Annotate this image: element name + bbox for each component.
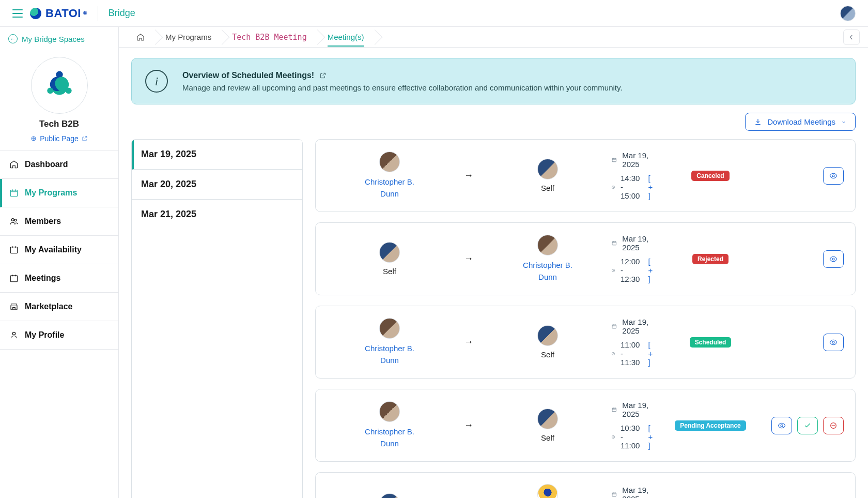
back-label: My Bridge Spaces <box>22 35 85 43</box>
party-avatar[interactable] <box>537 484 558 498</box>
date-tab[interactable]: Mar 20, 2025 <box>132 170 302 200</box>
divider <box>98 6 98 21</box>
meeting-party: Christopher B.Dunn <box>330 152 449 200</box>
party-name[interactable]: Christopher B.Dunn <box>365 176 414 200</box>
back-to-spaces-link[interactable]: My Bridge Spaces <box>8 34 90 43</box>
menu-toggle-icon[interactable] <box>12 9 23 18</box>
clock-icon <box>611 350 615 358</box>
expand-time-button[interactable]: [ + ] <box>648 174 655 200</box>
info-banner: i Overview of Scheduled Meetings! Manage… <box>131 58 856 104</box>
breadcrumb-home[interactable] <box>127 29 156 46</box>
sidebar-item-label: Marketplace <box>25 302 73 311</box>
meeting-party: Self <box>488 325 607 359</box>
arrow-icon: → <box>453 337 484 348</box>
store-icon <box>9 302 19 311</box>
view-meeting-button[interactable] <box>771 417 792 434</box>
view-meeting-button[interactable] <box>823 334 844 351</box>
status-badge: Canceled <box>691 171 729 181</box>
party-avatar <box>379 242 400 263</box>
globe-icon <box>30 135 37 142</box>
calendar-icon <box>611 405 617 414</box>
download-meetings-button[interactable]: Download Meetings <box>745 113 856 131</box>
status-badge: Rejected <box>692 254 729 264</box>
collapse-panel-button[interactable] <box>843 29 860 45</box>
sidebar-item-label: My Availability <box>25 245 82 254</box>
app-name[interactable]: Bridge <box>109 8 135 19</box>
view-meeting-button[interactable] <box>823 167 844 185</box>
eye-icon <box>829 172 838 180</box>
party-avatar[interactable] <box>379 401 400 422</box>
party-name[interactable]: Christopher B.Dunn <box>365 343 414 366</box>
arrow-icon: → <box>453 420 484 431</box>
topbar: BATOI® Bridge <box>0 0 868 27</box>
party-avatar <box>537 409 558 429</box>
download-label: Download Meetings <box>767 117 835 126</box>
sidebar-item-label: My Profile <box>25 330 64 340</box>
eye-icon <box>829 255 838 263</box>
party-name[interactable]: Christopher B.Dunn <box>523 260 572 283</box>
party-avatar[interactable] <box>379 318 400 339</box>
meeting-card: Self → Christopher B.Dunn Mar 19, 2025 1… <box>315 222 856 295</box>
sidebar-item-my-profile[interactable]: My Profile <box>0 321 118 350</box>
meeting-card: Christopher B.Dunn → Self Mar 19, 2025 1… <box>315 306 856 379</box>
meeting-status: Canceled <box>659 171 762 181</box>
expand-time-button[interactable]: [ + ] <box>648 424 655 450</box>
expand-time-button[interactable]: [ + ] <box>648 340 655 367</box>
breadcrumb-my-programs[interactable]: My Programs <box>156 29 223 46</box>
back-arrow-icon <box>8 34 18 43</box>
calendar-icon <box>611 322 617 330</box>
download-icon <box>754 118 762 126</box>
expand-time-button[interactable]: [ + ] <box>648 257 655 283</box>
public-page-link[interactable]: Public Page <box>30 134 88 143</box>
brand-logo[interactable]: BATOI® <box>30 7 87 20</box>
view-meeting-button[interactable] <box>823 250 844 268</box>
breadcrumb-label: Tech B2B Meeting <box>232 33 307 42</box>
date-tab[interactable]: Mar 19, 2025 <box>132 140 302 170</box>
meeting-party: Self <box>330 493 449 498</box>
meeting-date: Mar 19, 2025 <box>622 486 655 498</box>
party-name: Self <box>383 267 396 276</box>
breadcrumb-meeting-s-[interactable]: Meeting(s) <box>318 29 376 46</box>
status-badge: Pending Acceptance <box>675 420 746 431</box>
meeting-status: Rejected <box>659 254 762 264</box>
party-avatar[interactable] <box>379 152 400 172</box>
date-tab[interactable]: Mar 21, 2025 <box>132 200 302 229</box>
user-avatar[interactable] <box>840 6 856 21</box>
calendar-box-icon <box>9 245 19 254</box>
party-avatar <box>379 493 400 498</box>
clock-icon <box>611 183 615 191</box>
meeting-actions <box>766 417 844 434</box>
content: i Overview of Scheduled Meetings! Manage… <box>119 48 868 498</box>
sidebar-item-my-availability[interactable]: My Availability <box>0 236 118 264</box>
date-tab-label: Mar 20, 2025 <box>141 179 196 189</box>
party-avatar[interactable] <box>537 235 558 255</box>
check-icon <box>803 421 812 430</box>
meeting-party: Self <box>330 242 449 276</box>
brand-text: BATOI <box>45 7 81 20</box>
sidebar-item-my-programs[interactable]: My Programs <box>0 179 118 207</box>
sidebar-item-meetings[interactable]: Meetings <box>0 264 118 293</box>
meeting-time: 11:00 - 11:30 <box>621 340 643 367</box>
meeting-party: Alpha Tech re 456 <box>488 484 607 498</box>
sidebar-item-marketplace[interactable]: Marketplace <box>0 293 118 321</box>
meeting-datetime: Mar 19, 2025 11:00 - 11:30 [ + ] <box>611 318 655 367</box>
accept-meeting-button[interactable] <box>797 417 818 434</box>
sidebar-item-members[interactable]: Members <box>0 207 118 236</box>
meeting-actions <box>766 334 844 351</box>
breadcrumbs: My ProgramsTech B2B MeetingMeeting(s) <box>127 29 376 46</box>
sidebar-header: Tech B2B Public Page <box>0 48 118 150</box>
date-tab-label: Mar 19, 2025 <box>141 149 196 159</box>
user-icon <box>9 330 19 340</box>
sidebar-item-dashboard[interactable]: Dashboard <box>0 150 118 179</box>
party-avatar <box>537 325 558 346</box>
breadcrumb-tech-b2b-meeting[interactable]: Tech B2B Meeting <box>223 29 318 46</box>
decline-meeting-button[interactable] <box>823 417 844 434</box>
sidebar: My Bridge Spaces Tech B2B <box>0 27 119 498</box>
calendar-icon <box>611 239 617 247</box>
toolbar: Download Meetings <box>131 113 856 131</box>
meeting-date: Mar 19, 2025 <box>622 151 655 169</box>
party-name[interactable]: Christopher B.Dunn <box>365 426 414 449</box>
meeting-time: 10:30 - 11:00 <box>621 424 643 450</box>
public-page-label: Public Page <box>40 134 79 143</box>
external-link-icon[interactable] <box>319 72 327 79</box>
